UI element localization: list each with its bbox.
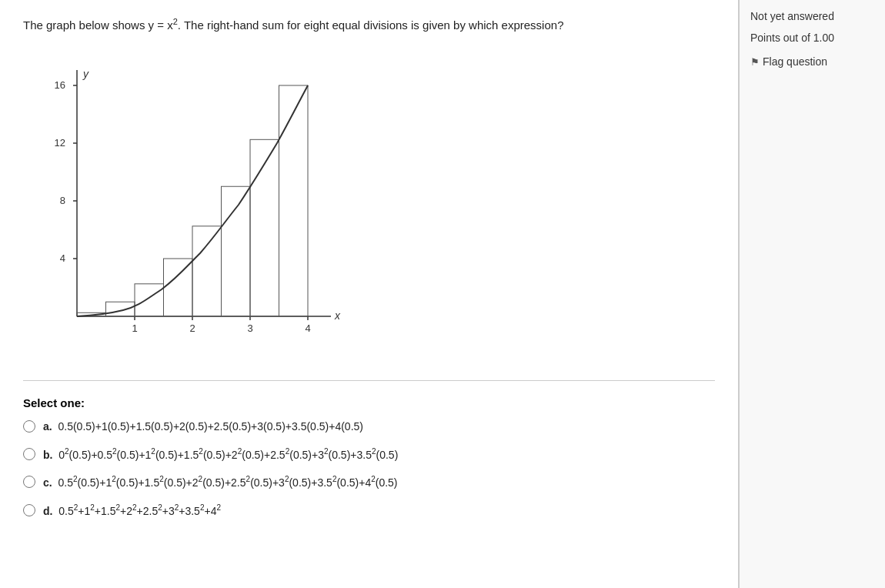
rect-5	[192, 226, 222, 316]
graph-svg: 4 8 12 16 y 1 2 3 4 x	[23, 55, 346, 339]
option-d-radio[interactable]	[23, 504, 35, 516]
sidebar-points: Points out of 1.00	[750, 31, 874, 46]
rect-6	[222, 186, 251, 316]
x-tick-2: 2	[189, 322, 195, 334]
x-tick-4: 4	[305, 322, 310, 334]
graph-container: 4 8 12 16 y 1 2 3 4 x	[23, 55, 346, 342]
option-d-item: d. 0.52+12+1.52+22+2.52+32+3.52+42	[23, 502, 715, 520]
options-list: a. 0.5(0.5)+1(0.5)+1.5(0.5)+2(0.5)+2.5(0…	[23, 419, 715, 520]
y-axis-label: y	[82, 68, 89, 80]
not-yet-answered-text: Not yet answered	[750, 10, 834, 22]
rect-7	[250, 139, 279, 316]
option-a-item: a. 0.5(0.5)+1(0.5)+1.5(0.5)+2(0.5)+2.5(0…	[23, 419, 715, 435]
option-c-label: c. 0.52(0.5)+12(0.5)+1.52(0.5)+22(0.5)+2…	[43, 473, 398, 491]
rect-3	[135, 283, 164, 316]
y-tick-12: 12	[55, 137, 65, 149]
x-tick-1: 1	[132, 322, 137, 334]
x-axis-label: x	[334, 309, 341, 322]
option-c-item: c. 0.52(0.5)+12(0.5)+1.52(0.5)+22(0.5)+2…	[23, 473, 715, 491]
x-tick-3: 3	[247, 322, 252, 334]
y-tick-4: 4	[60, 252, 65, 264]
flag-question-button[interactable]: ⚑ Flag question	[750, 55, 874, 70]
y-tick-8: 8	[60, 195, 65, 206]
sidebar-not-answered: Not yet answered	[750, 9, 874, 25]
option-b-radio[interactable]	[23, 448, 35, 460]
flag-label-text: Flag question	[763, 55, 827, 70]
rect-8	[279, 85, 309, 316]
option-a-label: a. 0.5(0.5)+1(0.5)+1.5(0.5)+2(0.5)+2.5(0…	[43, 419, 363, 435]
option-b-item: b. 02(0.5)+0.52(0.5)+12(0.5)+1.52(0.5)+2…	[23, 446, 715, 463]
points-label-text: Points out of 1.00	[750, 32, 834, 44]
y-tick-16: 16	[55, 79, 65, 91]
question-text-before: The graph below shows y = x	[23, 18, 173, 32]
rect-4	[164, 259, 193, 316]
flag-icon: ⚑	[750, 55, 760, 69]
rect-2	[106, 302, 135, 316]
sidebar: Not yet answered Points out of 1.00 ⚑ Fl…	[739, 0, 885, 588]
main-content: The graph below shows y = x2. The right-…	[0, 0, 739, 588]
option-a-radio[interactable]	[23, 420, 35, 433]
option-c-radio[interactable]	[23, 476, 35, 488]
select-one-label: Select one:	[23, 380, 715, 409]
question-text-after: . The right-hand sum for eight equal div…	[178, 18, 564, 32]
option-d-label: d. 0.52+12+1.52+22+2.52+32+3.52+42	[43, 502, 221, 520]
question-text: The graph below shows y = x2. The right-…	[23, 15, 715, 35]
option-b-label: b. 02(0.5)+0.52(0.5)+12(0.5)+1.52(0.5)+2…	[43, 446, 398, 463]
